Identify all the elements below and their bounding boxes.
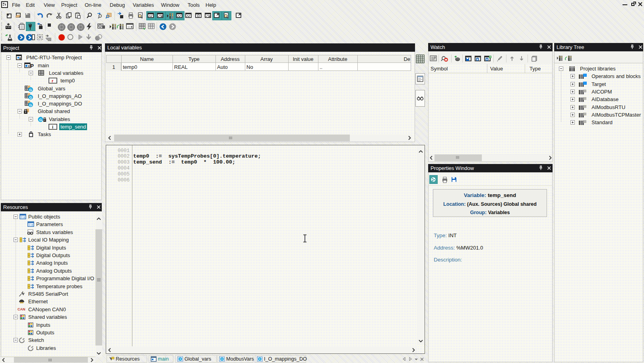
svg-text:P: P (31, 63, 34, 68)
svg-text:G: G (29, 88, 32, 92)
svg-text:G: G (29, 103, 32, 107)
svg-text:CAN: CAN (17, 307, 25, 311)
svg-text:i: i (52, 125, 53, 129)
svg-text:G: G (29, 96, 32, 100)
svg-text:G: G (39, 117, 42, 122)
svg-text:r: r (52, 78, 54, 83)
